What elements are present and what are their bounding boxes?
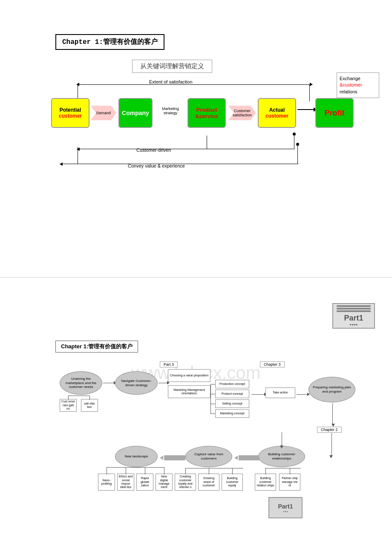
product-service-node: Product &service <box>187 98 226 128</box>
part1-bottom-box: Part1 ●●● <box>268 497 303 518</box>
flow-diagram: Extent of satisfaction Potential custome… <box>51 77 375 171</box>
growing-share-box: Growing share of customer <box>198 474 219 491</box>
complex-diagram: Part 3 Chapter 3 Undering the marketplac… <box>55 361 362 544</box>
production-concept-box: Production concept <box>215 380 249 388</box>
company-node: Company <box>118 98 153 128</box>
marketing-concept-box: Marketing concept <box>215 409 249 418</box>
part1-badge-top: Part1 ●●●● <box>332 303 375 329</box>
marketing-strategy-label: Marketing strategy <box>155 107 186 115</box>
demand-node: Demand <box>91 106 116 120</box>
building-equity-box: Building customer equity <box>222 474 243 491</box>
part3-label-box: Part 3 <box>160 361 178 367</box>
chapter2-box: Chapter 2 <box>317 427 342 433</box>
chapter3-label-box: Chapter 3 <box>260 361 285 367</box>
satisfaction-box: sati sfac tion <box>81 399 98 412</box>
capture-value-oval: Capture value from customers <box>185 446 232 467</box>
part1-subtext: ●●●● <box>349 323 357 327</box>
selling-concept-box: Selling concept <box>215 399 249 408</box>
nano-box: Nano-profiling <box>98 474 115 491</box>
page-2: www.bdocx.com Part1 ●●●● Chapter 1:管理有价值… <box>0 278 392 555</box>
customer-driven-label: Customer-driven <box>136 147 171 153</box>
chapter-title: Chapter 1:管理有价值的客户 <box>55 34 164 50</box>
page-1: Chapter 1:管理有价值的客户 从关键词理解营销定义 Exchange&c… <box>0 0 392 278</box>
part1-line-3 <box>337 310 371 312</box>
building-cr-oval: Building customer relationships <box>258 446 305 467</box>
cust-navi-box: Cust omer navi gati on <box>60 399 77 412</box>
take-action-box: Take action <box>265 387 295 398</box>
partnership-box: Partner ship manage me nt <box>279 474 300 491</box>
ethics-box: Ethics and social respon sibili ties <box>117 474 134 491</box>
part1-bottom-label: Part1 <box>278 503 293 510</box>
customer-satisfaction-node: Customersatisfaction <box>228 106 256 120</box>
choosing-value-box: Choosing a value proposition <box>168 369 210 382</box>
arrow-to-profit <box>297 107 317 112</box>
new-digital-box: New digital manage ment <box>156 474 173 491</box>
actual-customer-node: Actual customer <box>258 98 296 128</box>
part1-line-2 <box>337 308 371 309</box>
part1-label: Part1 <box>344 314 363 323</box>
navigate-oval: Navigate Customer-driven strategy <box>115 371 158 395</box>
subtitle-box: 从关键词理解营销定义 <box>132 60 212 73</box>
marketing-mgmt-box: Marketing Management orientations <box>168 385 210 398</box>
preparing-oval: Preparing marketing plan and program <box>308 377 355 402</box>
building-rel-box: Building customer relation ships <box>255 474 276 491</box>
part1-lines <box>337 305 371 312</box>
understanding-oval: Undering the marketplace and the custome… <box>60 371 102 395</box>
rapid-glob-box: Rapid globali zation <box>136 474 153 491</box>
chapter2-title: Chapter 1:管理有价值的客户 <box>55 341 138 353</box>
new-landscape-oval: New landscape <box>115 446 158 467</box>
profit-node: Profit <box>315 98 354 128</box>
extent-label: Extent of satisfaction <box>149 79 193 84</box>
convey-label: Convey value & experience <box>128 163 185 168</box>
potential-customer-node: Potential customer <box>51 98 89 128</box>
part1-line-1 <box>337 305 371 307</box>
creating-loyalty-box: Creating customer loyalty and retentio n <box>175 474 196 491</box>
product-concept-box: Product concept <box>215 390 249 398</box>
